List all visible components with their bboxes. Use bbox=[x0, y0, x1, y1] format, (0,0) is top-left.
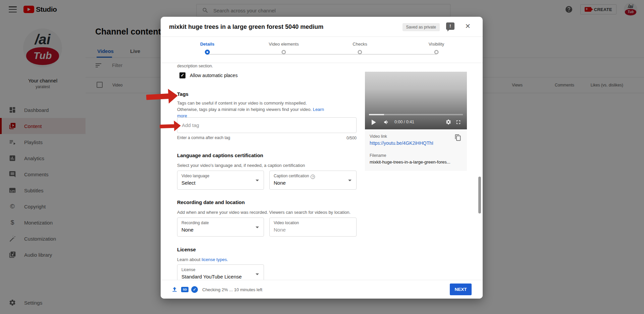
video-player[interactable]: 0:00 / 0:41 bbox=[365, 72, 467, 129]
allow-automatic-places-row: ✓ Allow automatic places bbox=[179, 72, 237, 78]
chevron-down-icon bbox=[256, 180, 259, 181]
dialog-footer: SD ✓ Checking 2% ... 10 minutes left NEX… bbox=[161, 280, 483, 299]
license-types-link[interactable]: license types. bbox=[202, 257, 228, 262]
fullscreen-icon[interactable] bbox=[455, 119, 462, 127]
dialog-stepper: Details Video elements Checks Visibility bbox=[161, 37, 483, 63]
caption-certification-dropdown[interactable]: Caption certification? None bbox=[269, 171, 357, 190]
player-time: 0:00 / 0:41 bbox=[394, 120, 414, 124]
video-details-dialog: mixkit huge trees in a large green fores… bbox=[161, 17, 483, 299]
allow-places-checkbox[interactable]: ✓ bbox=[179, 72, 185, 78]
dialog-body: description section. ✓ Allow automatic p… bbox=[161, 63, 483, 280]
add-tag-field bbox=[177, 117, 357, 133]
chevron-down-icon bbox=[348, 180, 352, 181]
add-tag-input[interactable] bbox=[177, 118, 356, 133]
player-settings-icon[interactable] bbox=[445, 119, 451, 126]
recording-section-subtext: Add when and where your video was record… bbox=[177, 209, 351, 215]
copy-icon[interactable] bbox=[454, 134, 462, 142]
processing-status: Checking 2% ... 10 minutes left bbox=[202, 287, 262, 292]
filename-value: mixkit-huge-trees-in-a-large-green-fores… bbox=[370, 160, 450, 165]
video-info-panel: Video link https://youtu.be/4GK2iHHQThI … bbox=[365, 129, 467, 171]
checks-done-icon: ✓ bbox=[191, 286, 198, 293]
recording-section-heading: Recording date and location bbox=[177, 199, 245, 205]
youtube-studio-screen: Studio CREATE /ai Tub /ai Tub Your chann… bbox=[0, 0, 644, 314]
close-icon[interactable]: ✕ bbox=[465, 22, 471, 30]
video-location-field[interactable]: Video location None bbox=[269, 217, 357, 237]
recording-date-dropdown[interactable]: Recording date None bbox=[177, 217, 264, 237]
video-link[interactable]: https://youtu.be/4GK2iHHQThI bbox=[370, 140, 433, 146]
send-feedback-button[interactable]: ! bbox=[446, 22, 454, 30]
step-details[interactable]: Details bbox=[200, 42, 215, 56]
status-badge: Saved as private bbox=[402, 23, 440, 31]
volume-icon[interactable] bbox=[383, 119, 390, 127]
stepper-line bbox=[207, 54, 436, 55]
license-section-subtext: Learn about license types. bbox=[177, 256, 228, 263]
dialog-scrollbar-thumb[interactable] bbox=[478, 177, 481, 213]
dialog-title: mixkit huge trees in a large green fores… bbox=[169, 23, 323, 30]
chevron-down-icon bbox=[256, 273, 259, 275]
chevron-down-icon bbox=[256, 227, 259, 228]
step-video-elements[interactable]: Video elements bbox=[269, 42, 299, 56]
allow-places-label: Allow automatic places bbox=[190, 73, 237, 78]
player-progress-fill bbox=[369, 114, 384, 115]
annotation-arrow-tags bbox=[146, 88, 178, 105]
next-button[interactable]: NEXT bbox=[450, 284, 472, 295]
license-dropdown[interactable]: License Standard YouTube License bbox=[177, 264, 264, 280]
dialog-header: mixkit huge trees in a large green fores… bbox=[161, 17, 483, 37]
tags-description: Tags can be useful if content in your vi… bbox=[177, 100, 324, 119]
play-icon[interactable] bbox=[372, 120, 376, 125]
license-section-heading: License bbox=[177, 247, 196, 252]
annotation-arrow-add-tag bbox=[159, 120, 181, 132]
player-progress-bar[interactable] bbox=[369, 114, 463, 115]
step-visibility[interactable]: Visibility bbox=[429, 42, 444, 56]
tag-char-counter: 0/500 bbox=[177, 136, 357, 140]
video-link-label: Video link bbox=[370, 134, 387, 139]
language-section-subtext: Select your video's language and, if nee… bbox=[177, 162, 305, 169]
sd-quality-badge: SD bbox=[181, 287, 189, 292]
filename-label: Filename bbox=[370, 153, 386, 158]
step-checks[interactable]: Checks bbox=[353, 42, 367, 56]
player-controls: 0:00 / 0:41 bbox=[365, 118, 467, 127]
language-section-heading: Language and captions certification bbox=[177, 152, 263, 158]
help-tooltip-icon[interactable]: ? bbox=[311, 175, 315, 179]
upload-status-icon bbox=[171, 286, 178, 294]
video-language-dropdown[interactable]: Video language Select bbox=[177, 171, 264, 190]
tags-heading: Tags bbox=[177, 91, 189, 97]
description-cutoff-text: description section. bbox=[177, 64, 213, 68]
